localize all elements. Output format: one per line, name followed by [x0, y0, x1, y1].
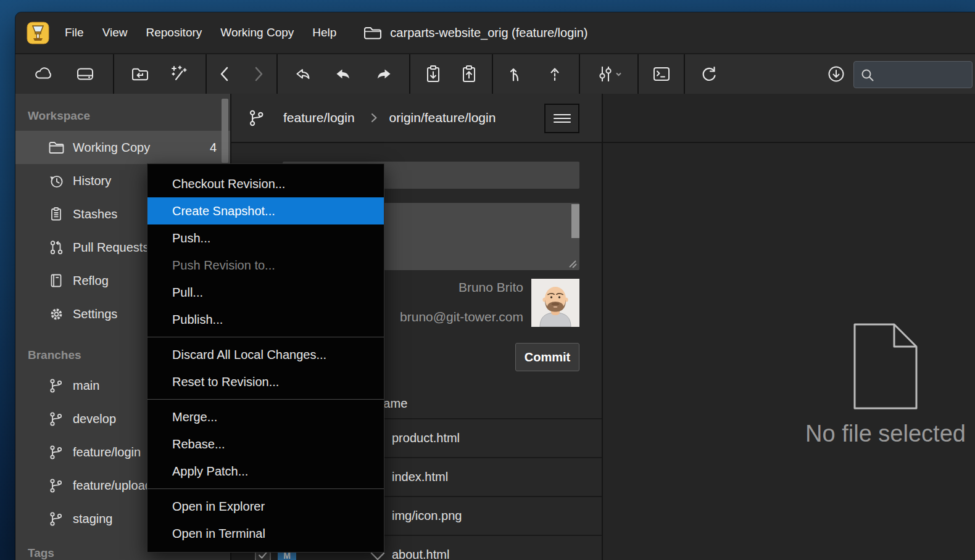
menu-item-open-in-terminal[interactable]: Open in Terminal — [147, 520, 384, 547]
refresh-icon[interactable] — [695, 60, 722, 88]
open-repo-folder-icon[interactable] — [127, 60, 154, 88]
sidebar-item-label: History — [73, 174, 111, 188]
menu-view[interactable]: View — [93, 26, 137, 39]
message-scrollbar-thumb[interactable] — [571, 204, 579, 238]
menu-item-publish[interactable]: Publish... — [147, 306, 384, 333]
menu-item-rebase[interactable]: Rebase... — [147, 430, 384, 458]
clipboard-icon — [48, 206, 65, 222]
branch-icon — [48, 477, 65, 494]
menu-file[interactable]: File — [56, 26, 93, 39]
menu-item-open-in-explorer[interactable]: Open in Explorer — [147, 493, 384, 520]
toolbar-spacer — [731, 54, 823, 94]
folder-icon — [363, 24, 383, 41]
branch-icon — [48, 377, 65, 394]
title-bar: File View Repository Working Copy Help c… — [15, 12, 975, 53]
chevron-right-icon — [370, 112, 378, 124]
back-icon[interactable] — [212, 60, 239, 88]
pull-request-icon — [48, 239, 65, 256]
folder-icon — [48, 140, 65, 155]
sidebar-item-label: Reflog — [73, 274, 109, 288]
context-menu: Checkout Revision... Create Snapshot... … — [147, 163, 384, 553]
branch-icon — [247, 109, 266, 128]
sidebar-item-working-copy[interactable]: Working Copy 4 — [15, 131, 230, 164]
dashed-up-arrow-icon[interactable] — [541, 60, 568, 88]
branch-label: feature/login — [73, 445, 141, 459]
current-branch[interactable]: feature/login — [283, 110, 355, 125]
branch-label: staging — [73, 512, 113, 526]
menu-item-apply-patch[interactable]: Apply Patch... — [147, 458, 384, 485]
resize-grip-icon[interactable] — [568, 259, 578, 269]
clipboard-down-icon[interactable] — [420, 60, 447, 88]
menu-item-create-snapshot[interactable]: Create Snapshot... — [147, 197, 384, 224]
commits-graph-icon[interactable] — [591, 60, 627, 88]
magic-wand-icon[interactable] — [166, 60, 193, 88]
terminal-icon[interactable] — [648, 60, 675, 88]
sidebar-item-label: Settings — [73, 307, 117, 321]
workspace-header: Workspace — [15, 94, 230, 131]
search-icon — [860, 68, 875, 83]
menu-item-merge[interactable]: Merge... — [147, 403, 384, 430]
file-name: img/icon.png — [392, 509, 462, 523]
menu-separator — [147, 399, 384, 400]
menu-working-copy[interactable]: Working Copy — [211, 26, 303, 39]
sidebar-item-label: Stashes — [73, 207, 117, 221]
menu-repository[interactable]: Repository — [136, 26, 211, 39]
detail-panel-header — [603, 94, 975, 143]
menu-item-push-revision-to: Push Revision to... — [147, 252, 384, 279]
branch-label: feature/upload — [73, 479, 152, 493]
working-copy-count-badge: 4 — [210, 141, 217, 155]
tracking-branch[interactable]: origin/feature/login — [389, 110, 496, 125]
clipboard-up-icon[interactable] — [455, 60, 483, 88]
branch-label: main — [73, 379, 99, 393]
journal-icon — [48, 273, 65, 289]
menu-item-reset-to-revision[interactable]: Reset to Revision... — [147, 368, 384, 395]
branch-icon — [48, 444, 65, 461]
cloud-icon[interactable] — [30, 60, 57, 88]
undo-filled-icon[interactable] — [330, 60, 357, 88]
toolbar — [15, 53, 975, 94]
file-name: index.html — [392, 470, 448, 484]
sidebar-scrollbar-thumb[interactable] — [222, 99, 228, 163]
undo-outline-icon[interactable] — [290, 60, 317, 88]
menu-item-pull[interactable]: Pull... — [147, 279, 384, 306]
branch-icon — [48, 511, 65, 527]
file-name: product.html — [392, 431, 460, 445]
menu-separator — [147, 337, 384, 337]
branch-bar: feature/login origin/feature/login — [231, 94, 602, 143]
menu-item-checkout-revision[interactable]: Checkout Revision... — [147, 170, 384, 197]
forward-icon[interactable] — [244, 60, 272, 88]
search-box — [853, 61, 973, 88]
detail-panel: No file selected — [603, 94, 975, 560]
storage-drive-icon[interactable] — [72, 60, 99, 88]
menu-help[interactable]: Help — [303, 26, 346, 39]
merge-icon[interactable] — [504, 60, 531, 88]
menu-separator — [147, 488, 384, 489]
branch-icon — [48, 411, 65, 427]
no-file-selected-text: No file selected — [805, 421, 966, 447]
document-icon — [851, 321, 920, 412]
hamburger-menu-button[interactable] — [544, 104, 579, 133]
sidebar-item-label: Working Copy — [73, 141, 150, 155]
fetch-circle-icon[interactable] — [823, 60, 850, 88]
menu-item-discard-all-local-changes[interactable]: Discard All Local Changes... — [147, 341, 384, 368]
sidebar-item-label: Pull Requests — [73, 241, 149, 255]
avatar — [531, 279, 579, 327]
redo-filled-icon[interactable] — [370, 60, 397, 88]
history-clock-icon — [48, 173, 65, 189]
commit-button[interactable]: Commit — [515, 343, 579, 371]
menu-item-push[interactable]: Push... — [147, 224, 384, 252]
file-name: about.html — [392, 548, 449, 560]
tower-app-icon — [27, 22, 49, 44]
branch-label: develop — [73, 412, 116, 426]
window-title: carparts-website_orig (feature/login) — [390, 26, 587, 40]
gear-icon — [48, 306, 65, 323]
